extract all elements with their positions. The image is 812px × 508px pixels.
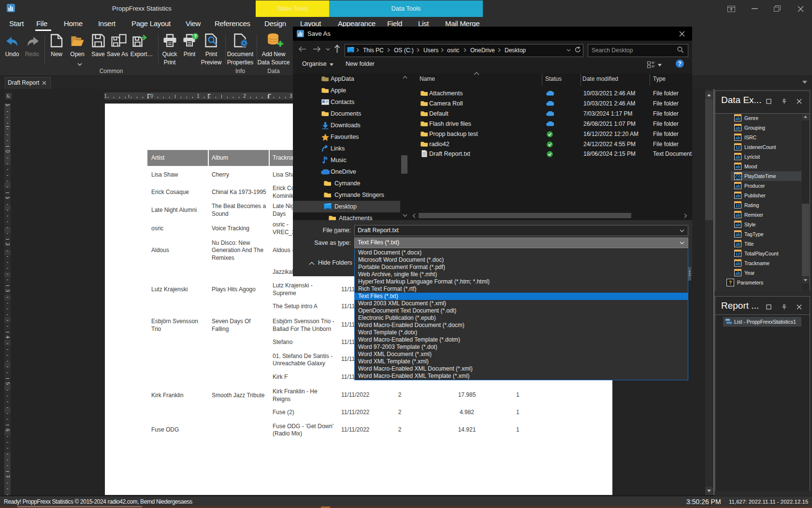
svg-text:?: ? <box>194 34 197 39</box>
svg-text:?: ? <box>729 280 732 285</box>
svg-text:?: ? <box>678 60 682 67</box>
